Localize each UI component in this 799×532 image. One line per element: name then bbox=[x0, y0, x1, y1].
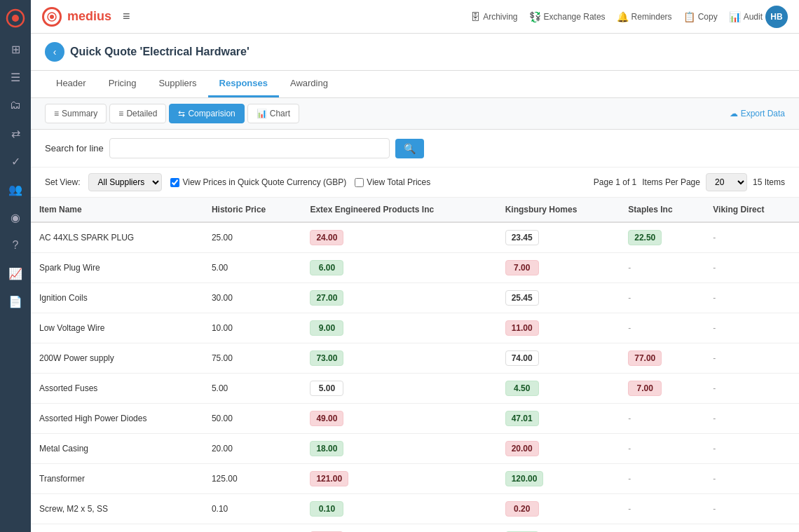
sidebar: ⊞ ☰ 🗂 ⇄ ✓ 👥 ◉ ? 📈 📄 bbox=[0, 0, 31, 532]
comparison-icon: ⇆ bbox=[178, 109, 185, 118]
table-row: 200W Power supply75.0073.0074.0077.00- bbox=[31, 343, 799, 374]
sidebar-item-folder[interactable]: 🗂 bbox=[3, 93, 28, 118]
col-extex: Extex Engineered Products Inc bbox=[301, 198, 496, 222]
col-historic-price: Historic Price bbox=[203, 198, 302, 222]
topnav-left: medius ≡ bbox=[42, 7, 130, 27]
search-area: Search for line 🔍 bbox=[31, 130, 799, 168]
filter-right: Page 1 of 1 Items Per Page 20 50 100 15 … bbox=[594, 173, 785, 191]
logo-circle bbox=[42, 7, 62, 27]
subtab-detailed[interactable]: ≡ Detailed bbox=[109, 104, 166, 123]
exchange-rates-action[interactable]: 💱 Exchange Rates bbox=[529, 11, 606, 22]
sidebar-item-docs[interactable]: 📄 bbox=[3, 289, 28, 314]
view-total-checkbox[interactable] bbox=[355, 178, 364, 187]
sidebar-item-transfer[interactable]: ⇄ bbox=[3, 121, 28, 146]
page-action-bar: 🗄 Archiving 💱 Exchange Rates 🔔 Reminders… bbox=[470, 11, 763, 22]
sidebar-item-grid[interactable]: ⊞ bbox=[3, 36, 28, 62]
table-row: Metal Casing20.0018.0020.00-- bbox=[31, 434, 799, 464]
audit-action[interactable]: 📊 Audit bbox=[729, 11, 763, 22]
copy-label: Copy bbox=[698, 12, 718, 22]
view-prices-checkbox-label: View Prices in Quick Quote Currency (GBP… bbox=[170, 177, 346, 187]
back-button[interactable]: ‹ bbox=[45, 42, 64, 62]
sidebar-item-graph[interactable]: ◉ bbox=[3, 205, 28, 230]
sidebar-item-help[interactable]: ? bbox=[3, 233, 28, 258]
export-label: Export Data bbox=[741, 109, 785, 118]
export-icon: ☁ bbox=[730, 109, 738, 118]
table-row: AC 44XLS SPARK PLUG25.0024.0023.4522.50- bbox=[31, 222, 799, 253]
page-header: ‹ Quick Quote 'Electrical Hardware' bbox=[31, 34, 799, 71]
table-row: Transformer125.00121.00120.00-- bbox=[31, 464, 799, 494]
comparison-table: Item Name Historic Price Extex Engineere… bbox=[31, 198, 799, 532]
filter-area: Set View: All Suppliers View Prices in Q… bbox=[31, 168, 799, 198]
table-row: Assorted Fuses5.005.004.507.00- bbox=[31, 374, 799, 404]
table-row: Low Voltage Wire10.009.0011.00-- bbox=[31, 313, 799, 343]
page-title-area: ‹ Quick Quote 'Electrical Hardware' bbox=[45, 42, 250, 62]
items-count: 15 Items bbox=[753, 177, 785, 187]
view-prices-checkbox[interactable] bbox=[170, 178, 179, 187]
filter-left: Set View: All Suppliers View Prices in Q… bbox=[45, 173, 430, 191]
exchange-rates-icon: 💱 bbox=[529, 11, 541, 22]
tab-suppliers[interactable]: Suppliers bbox=[147, 71, 207, 97]
top-navigation: medius ≡ 🗄 Archiving 💱 Exchange Rates 🔔 … bbox=[31, 0, 799, 34]
sidebar-logo bbox=[3, 6, 28, 31]
subtab-chart[interactable]: 📊 Chart bbox=[247, 104, 299, 123]
subtabs-left: ≡ Summary ≡ Detailed ⇆ Comparision 📊 Cha… bbox=[45, 104, 299, 123]
items-per-page-label: Items Per Page bbox=[642, 177, 700, 187]
search-input[interactable] bbox=[109, 138, 390, 158]
reminders-label: Reminders bbox=[631, 12, 672, 22]
user-avatar[interactable]: HB bbox=[765, 6, 788, 28]
page-title: Quick Quote 'Electrical Hardware' bbox=[70, 46, 250, 58]
detailed-label: Detailed bbox=[126, 109, 157, 118]
hamburger-icon[interactable]: ≡ bbox=[123, 9, 130, 24]
summary-label: Summary bbox=[62, 109, 97, 118]
chart-label: Chart bbox=[270, 109, 290, 118]
view-prices-label: View Prices in Quick Quote Currency (GBP… bbox=[182, 177, 346, 187]
tab-responses[interactable]: Responses bbox=[208, 71, 279, 97]
audit-icon: 📊 bbox=[729, 11, 741, 22]
exchange-rates-label: Exchange Rates bbox=[544, 12, 606, 22]
search-label: Search for line bbox=[45, 143, 104, 154]
table-row: Screw, M3 x 6, SS0.100.150.10-- bbox=[31, 524, 799, 533]
page-info: Page 1 of 1 bbox=[594, 177, 636, 187]
sidebar-item-chartline[interactable]: 📈 bbox=[3, 261, 28, 286]
reminders-action[interactable]: 🔔 Reminders bbox=[617, 11, 672, 22]
summary-icon: ≡ bbox=[54, 109, 59, 118]
copy-action[interactable]: 📋 Copy bbox=[683, 11, 718, 22]
app-logo: medius bbox=[42, 7, 111, 27]
audit-label: Audit bbox=[744, 12, 763, 22]
main-tabs: Header Pricing Suppliers Responses Award… bbox=[31, 71, 799, 98]
col-viking: Viking Direct bbox=[704, 198, 799, 222]
search-button[interactable]: 🔍 bbox=[395, 139, 424, 158]
svg-point-3 bbox=[50, 15, 54, 19]
archiving-action[interactable]: 🗄 Archiving bbox=[470, 11, 517, 22]
sidebar-item-check[interactable]: ✓ bbox=[3, 149, 28, 174]
export-data-button[interactable]: ☁ Export Data bbox=[730, 109, 785, 118]
app-name: medius bbox=[67, 9, 111, 24]
search-row: Search for line 🔍 bbox=[45, 138, 785, 158]
set-view-label: Set View: bbox=[45, 177, 80, 187]
subtab-summary[interactable]: ≡ Summary bbox=[45, 104, 107, 123]
subtab-comparison[interactable]: ⇆ Comparision bbox=[169, 104, 244, 123]
sidebar-item-list[interactable]: ☰ bbox=[3, 64, 28, 90]
main-content: medius ≡ 🗄 Archiving 💱 Exchange Rates 🔔 … bbox=[31, 0, 799, 532]
table-row: Spark Plug Wire5.006.007.00-- bbox=[31, 253, 799, 283]
data-table-container: Item Name Historic Price Extex Engineere… bbox=[31, 198, 799, 532]
detailed-icon: ≡ bbox=[118, 109, 123, 118]
view-total-label: View Total Prices bbox=[367, 177, 430, 187]
table-header-row: Item Name Historic Price Extex Engineere… bbox=[31, 198, 799, 222]
items-per-page-select[interactable]: 20 50 100 bbox=[706, 173, 747, 191]
svg-point-1 bbox=[12, 15, 19, 22]
tab-pricing[interactable]: Pricing bbox=[97, 71, 148, 97]
set-view-select[interactable]: All Suppliers bbox=[88, 173, 162, 191]
copy-icon: 📋 bbox=[683, 11, 695, 22]
sub-tabs-bar: ≡ Summary ≡ Detailed ⇆ Comparision 📊 Cha… bbox=[31, 98, 799, 130]
col-staples: Staples Inc bbox=[620, 198, 704, 222]
tab-awarding[interactable]: Awarding bbox=[279, 71, 339, 97]
tab-header[interactable]: Header bbox=[45, 71, 97, 97]
topnav-right: 🗄 Archiving 💱 Exchange Rates 🔔 Reminders… bbox=[470, 6, 788, 28]
chart-icon: 📊 bbox=[257, 109, 267, 118]
archiving-label: Archiving bbox=[483, 12, 517, 22]
content-area: ‹ Quick Quote 'Electrical Hardware' Head… bbox=[31, 34, 799, 532]
col-item-name: Item Name bbox=[31, 198, 203, 222]
archiving-icon: 🗄 bbox=[470, 11, 480, 22]
sidebar-item-people[interactable]: 👥 bbox=[3, 177, 28, 202]
